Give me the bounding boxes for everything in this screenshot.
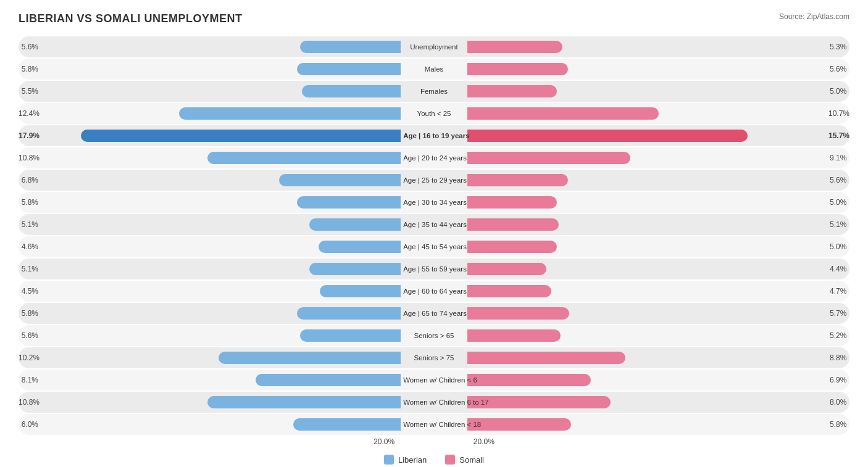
right-bar-wrap (467, 174, 826, 186)
bar-pink (467, 152, 630, 164)
right-section: 15.7% (467, 130, 849, 142)
right-value: 5.0% (826, 198, 849, 207)
left-section: 5.1% (19, 263, 401, 275)
right-section: 5.2% (467, 329, 849, 342)
left-section: 5.6% (19, 41, 401, 53)
right-value: 6.9% (826, 376, 849, 384)
left-value: 12.4% (19, 109, 43, 118)
right-bar-wrap (467, 85, 826, 97)
left-value: 4.6% (19, 242, 42, 251)
bar-blue (207, 396, 401, 408)
bar-blue (297, 63, 401, 75)
right-value: 9.1% (826, 154, 849, 162)
left-section: 5.6% (19, 329, 401, 342)
left-bar-wrap (42, 374, 401, 386)
right-bar-wrap (467, 263, 826, 275)
bar-pink (467, 218, 559, 231)
right-section: 6.9% (467, 374, 849, 386)
right-value: 5.3% (826, 43, 849, 51)
bar-label: Age | 20 to 24 years (401, 154, 467, 162)
left-section: 4.5% (19, 285, 401, 297)
right-value: 5.0% (826, 87, 849, 96)
left-bar-wrap (42, 85, 401, 97)
left-bar-wrap (42, 329, 401, 342)
left-value: 10.8% (19, 398, 43, 407)
bar-label: Age | 16 to 19 years (401, 132, 467, 139)
bar-row: 5.8% Age | 65 to 74 years 5.7% (19, 303, 849, 324)
right-bar-wrap (467, 307, 826, 320)
bar-label: Youth < 25 (401, 110, 467, 117)
left-section: 10.2% (19, 352, 401, 364)
left-value: 10.2% (19, 353, 43, 362)
left-value: 5.5% (19, 87, 42, 96)
bar-pink (467, 329, 561, 342)
bar-blue (293, 418, 401, 431)
bar-blue (207, 152, 401, 164)
bar-pink (467, 285, 552, 297)
legend-box-pink (445, 455, 455, 465)
right-section: 10.7% (467, 107, 849, 120)
bar-blue (279, 174, 401, 186)
bar-row: 10.2% Seniors > 75 8.8% (19, 347, 849, 368)
bar-row: 5.8% Age | 30 to 34 years 5.0% (19, 192, 849, 213)
right-section: 5.0% (467, 85, 849, 97)
axis-left: 20.0% (19, 437, 401, 446)
left-bar-wrap (43, 130, 401, 142)
bar-row: 4.6% Age | 45 to 54 years 5.0% (19, 236, 849, 257)
bar-label: Seniors > 75 (401, 354, 467, 362)
right-value: 5.7% (826, 309, 849, 318)
left-value: 4.5% (19, 287, 42, 295)
right-bar-wrap (467, 396, 826, 408)
bar-pink (467, 174, 568, 186)
left-bar-wrap (42, 63, 401, 75)
legend-box-blue (384, 455, 394, 465)
bar-blue (319, 241, 401, 253)
right-section: 8.8% (467, 352, 849, 364)
left-bar-wrap (42, 418, 401, 431)
bar-pink (467, 418, 572, 431)
bar-pink (467, 85, 557, 97)
right-bar-wrap (467, 329, 826, 342)
bar-row: 6.0% Women w/ Children < 18 5.8% (19, 414, 849, 435)
left-bar-wrap (42, 41, 401, 53)
legend-somali: Somali (445, 455, 484, 465)
left-section: 5.8% (19, 196, 401, 209)
right-bar-wrap (467, 130, 825, 142)
bar-row: 5.6% Seniors > 65 5.2% (19, 325, 849, 346)
left-bar-wrap (42, 241, 401, 253)
bar-label: Women w/ Children < 6 (401, 376, 467, 384)
left-section: 6.8% (19, 174, 401, 186)
right-value: 5.6% (826, 176, 849, 184)
right-bar-wrap (467, 63, 826, 75)
left-bar-wrap (42, 174, 401, 186)
axis-right: 20.0% (467, 437, 849, 446)
right-bar-wrap (467, 374, 826, 386)
left-value: 5.8% (19, 198, 42, 207)
left-section: 4.6% (19, 241, 401, 253)
left-section: 12.4% (19, 107, 401, 120)
right-bar-wrap (467, 107, 825, 120)
axis-row: 20.0% 20.0% (19, 437, 849, 446)
left-bar-wrap (42, 218, 401, 231)
bar-pink (467, 263, 546, 275)
left-value: 5.6% (19, 43, 42, 51)
bar-pink (467, 352, 625, 364)
bar-pink (467, 396, 611, 408)
left-value: 5.1% (19, 265, 42, 273)
left-section: 10.8% (19, 396, 401, 408)
bar-blue (297, 196, 401, 209)
right-bar-wrap (467, 41, 826, 53)
bar-blue (300, 41, 401, 53)
bar-blue (219, 352, 401, 364)
bar-label: Age | 65 to 74 years (401, 310, 467, 317)
right-bar-wrap (467, 285, 826, 297)
left-bar-wrap (42, 307, 401, 320)
left-section: 6.0% (19, 418, 401, 431)
left-bar-wrap (42, 285, 401, 297)
right-bar-wrap (467, 152, 826, 164)
bar-label: Women w/ Children 6 to 17 (401, 399, 467, 406)
right-bar-wrap (467, 218, 826, 231)
right-section: 5.6% (467, 63, 849, 75)
bar-row: 5.1% Age | 55 to 59 years 4.4% (19, 258, 849, 279)
left-value: 5.8% (19, 309, 42, 318)
